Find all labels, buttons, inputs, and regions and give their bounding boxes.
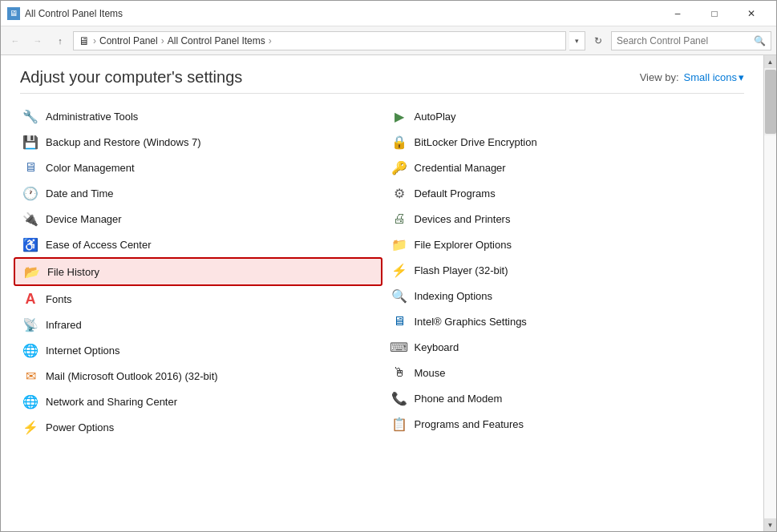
devices-printers-icon: 🖨	[391, 210, 408, 228]
infrared-label: Infrared	[46, 319, 82, 331]
view-mode-dropdown[interactable]: Small icons ▾	[684, 71, 744, 83]
path-control-panel[interactable]: Control Panel	[99, 35, 158, 46]
item-admin-tools[interactable]: 🔧 Administrative Tools	[14, 103, 382, 129]
item-programs-features[interactable]: 📋 Programs and Features	[382, 411, 751, 437]
item-devices-printers[interactable]: 🖨 Devices and Printers	[382, 206, 751, 232]
scrollbar: ▲ ▼	[763, 55, 776, 531]
content-area: Adjust your computer's settings View by:…	[1, 55, 763, 531]
color-mgmt-icon: 🖥	[22, 159, 39, 176]
item-date-time[interactable]: 🕐 Date and Time	[14, 180, 382, 206]
item-mail[interactable]: ✉ Mail (Microsoft Outlook 2016) (32-bit)	[14, 363, 382, 389]
date-time-label: Date and Time	[46, 187, 114, 200]
indexing-opts-icon: 🔍	[391, 287, 408, 304]
item-ease-access[interactable]: ♿ Ease of Access Center	[14, 232, 382, 257]
fonts-label: Fonts	[46, 293, 72, 305]
power-options-icon: ⚡	[22, 418, 39, 436]
device-mgr-label: Device Manager	[46, 213, 122, 225]
address-dropdown[interactable]: ▾	[569, 31, 585, 50]
intel-graphics-icon: 🖥	[391, 312, 408, 330]
item-internet-options[interactable]: 🌐 Internet Options	[14, 337, 382, 363]
item-default-programs[interactable]: ⚙ Default Programs	[382, 180, 751, 206]
phone-modem-icon: 📞	[391, 389, 408, 407]
file-history-label: File History	[47, 266, 99, 278]
network-sharing-icon: 🌐	[22, 393, 39, 410]
fonts-icon: A	[22, 290, 39, 308]
mouse-icon: 🖱	[391, 364, 408, 381]
item-credential-mgr[interactable]: 🔑 Credential Manager	[382, 155, 751, 180]
credential-mgr-icon: 🔑	[391, 159, 408, 176]
scroll-up-button[interactable]: ▲	[764, 55, 777, 68]
devices-printers-label: Devices and Printers	[415, 213, 511, 225]
item-infrared[interactable]: 📡 Infrared	[14, 312, 382, 337]
date-time-icon: 🕐	[22, 184, 39, 202]
device-mgr-icon: 🔌	[22, 210, 39, 228]
path-all-items[interactable]: All Control Panel Items	[168, 35, 265, 46]
item-fonts[interactable]: A Fonts	[14, 286, 382, 312]
item-mouse[interactable]: 🖱 Mouse	[382, 360, 751, 385]
item-indexing-opts[interactable]: 🔍 Indexing Options	[382, 283, 751, 308]
network-sharing-label: Network and Sharing Center	[46, 396, 177, 408]
view-by-label: View by:	[640, 71, 679, 83]
internet-options-icon: 🌐	[22, 341, 39, 359]
scroll-thumb[interactable]	[765, 70, 776, 134]
close-button[interactable]: ✕	[733, 1, 770, 26]
keyboard-icon: ⌨	[391, 338, 408, 356]
forward-button[interactable]: →	[28, 31, 47, 50]
item-bitlocker[interactable]: 🔒 BitLocker Drive Encryption	[382, 129, 751, 155]
autoplay-label: AutoPlay	[415, 111, 456, 123]
mail-icon: ✉	[22, 367, 39, 385]
internet-options-label: Internet Options	[46, 345, 120, 357]
titlebar-buttons: – □ ✕	[659, 1, 770, 26]
item-color-mgmt[interactable]: 🖥 Color Management	[14, 155, 382, 180]
window-icon: 🖥	[7, 7, 20, 20]
color-mgmt-label: Color Management	[46, 162, 135, 174]
item-device-mgr[interactable]: 🔌 Device Manager	[14, 206, 382, 232]
mail-label: Mail (Microsoft Outlook 2016) (32-bit)	[46, 370, 218, 382]
default-programs-icon: ⚙	[391, 184, 408, 202]
scroll-body[interactable]	[764, 135, 777, 518]
autoplay-icon: ▶	[391, 107, 408, 125]
item-keyboard[interactable]: ⌨ Keyboard	[382, 334, 751, 360]
item-intel-graphics[interactable]: 🖥 Intel® Graphics Settings	[382, 308, 751, 334]
admin-tools-icon: 🔧	[22, 107, 39, 125]
maximize-button[interactable]: □	[696, 1, 733, 26]
file-explorer-opts-label: File Explorer Options	[415, 239, 512, 251]
item-file-explorer-opts[interactable]: 📁 File Explorer Options	[382, 232, 751, 257]
bitlocker-icon: 🔒	[391, 133, 408, 151]
path-icon: 🖥	[79, 34, 90, 47]
ease-access-label: Ease of Access Center	[46, 239, 152, 251]
power-options-label: Power Options	[46, 421, 114, 433]
item-phone-modem[interactable]: 📞 Phone and Modem	[382, 385, 751, 411]
addressbar: ← → ↑ 🖥 › Control Panel › All Control Pa…	[1, 26, 776, 55]
up-button[interactable]: ↑	[51, 31, 70, 50]
indexing-opts-label: Indexing Options	[415, 290, 493, 302]
search-box: 🔍	[611, 31, 771, 50]
credential-mgr-label: Credential Manager	[415, 162, 506, 174]
minimize-button[interactable]: –	[659, 1, 696, 26]
titlebar: 🖥 All Control Panel Items – □ ✕	[1, 1, 776, 26]
refresh-button[interactable]: ↻	[589, 31, 608, 50]
item-autoplay[interactable]: ▶ AutoPlay	[382, 103, 751, 129]
programs-features-icon: 📋	[391, 415, 408, 433]
item-power-options[interactable]: ⚡ Power Options	[14, 414, 382, 440]
main-window: 🖥 All Control Panel Items – □ ✕ ← → ↑ 🖥 …	[0, 0, 777, 532]
backup-restore-label: Backup and Restore (Windows 7)	[46, 136, 201, 148]
item-flash-player[interactable]: ⚡ Flash Player (32-bit)	[382, 257, 751, 283]
search-icon: 🔍	[754, 35, 766, 46]
search-input[interactable]	[617, 35, 751, 46]
scroll-down-button[interactable]: ▼	[764, 518, 777, 531]
file-history-icon: 📂	[23, 263, 41, 280]
back-button[interactable]: ←	[6, 31, 25, 50]
view-by: View by: Small icons ▾	[640, 71, 744, 83]
right-column: ▶ AutoPlay 🔒 BitLocker Drive Encryption …	[382, 103, 751, 440]
view-mode-arrow: ▾	[739, 71, 744, 83]
ease-access-icon: ♿	[22, 236, 39, 253]
programs-features-label: Programs and Features	[415, 418, 524, 430]
item-file-history[interactable]: 📂 File History	[14, 257, 382, 286]
page-title: Adjust your computer's settings	[20, 68, 242, 87]
item-network-sharing[interactable]: 🌐 Network and Sharing Center	[14, 389, 382, 414]
flash-player-icon: ⚡	[391, 261, 408, 279]
left-column: 🔧 Administrative Tools 💾 Backup and Rest…	[14, 103, 382, 440]
phone-modem-label: Phone and Modem	[415, 393, 503, 405]
item-backup-restore[interactable]: 💾 Backup and Restore (Windows 7)	[14, 129, 382, 155]
